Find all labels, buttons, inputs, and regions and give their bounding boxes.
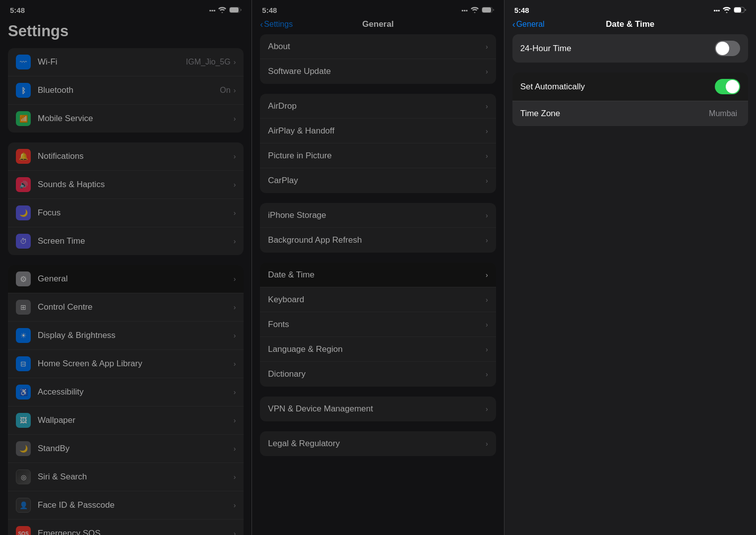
item-standby[interactable]: 🌙 StandBy › bbox=[8, 435, 244, 463]
datetime-nav-title: Date & Time bbox=[606, 19, 654, 29]
item-about[interactable]: About › bbox=[260, 34, 496, 59]
time-2: 5:48 bbox=[262, 6, 277, 14]
accessibility-chevron: › bbox=[234, 388, 236, 396]
item-emergency[interactable]: SOS Emergency SOS › bbox=[8, 520, 244, 535]
wifi-icon-3 bbox=[723, 6, 731, 14]
item-keyboard[interactable]: Keyboard › bbox=[260, 287, 496, 312]
general-nav-title: General bbox=[362, 19, 393, 29]
item-focus[interactable]: 🌙 Focus › bbox=[8, 199, 244, 227]
wallpaper-label: Wallpaper bbox=[38, 415, 234, 425]
wifi-chevron: › bbox=[234, 58, 236, 66]
item-screentime[interactable]: ⏱ Screen Time › bbox=[8, 227, 244, 255]
fonts-chevron: › bbox=[486, 321, 488, 329]
24hour-toggle[interactable] bbox=[715, 41, 740, 56]
item-vpn[interactable]: VPN & Device Management › bbox=[260, 397, 496, 421]
item-mobile[interactable]: 📶 Mobile Service › bbox=[8, 105, 244, 133]
general-label: General bbox=[38, 274, 234, 284]
about-label: About bbox=[268, 42, 486, 52]
item-setautomatically[interactable]: Set Automatically bbox=[512, 72, 748, 101]
back-to-general[interactable]: ‹ General bbox=[512, 19, 545, 30]
section-personal: 🔔 Notifications › 🔊 Sounds & Haptics › 🌙… bbox=[8, 142, 244, 255]
panel-general: 5:48 ▪▪▪ ‹ Settings General About › Soft… bbox=[252, 0, 504, 535]
signal-icon-3: ▪▪▪ bbox=[713, 7, 720, 14]
item-accessibility[interactable]: ♿ Accessibility › bbox=[8, 378, 244, 406]
section-24hour: 24-Hour Time bbox=[512, 34, 748, 63]
item-24hour[interactable]: 24-Hour Time bbox=[512, 34, 748, 63]
airdrop-label: AirDrop bbox=[268, 101, 486, 111]
accessibility-label: Accessibility bbox=[38, 387, 234, 397]
display-label: Display & Brightness bbox=[38, 331, 234, 340]
screentime-chevron: › bbox=[234, 237, 236, 245]
notifications-label: Notifications bbox=[38, 151, 234, 161]
item-sounds[interactable]: 🔊 Sounds & Haptics › bbox=[8, 171, 244, 199]
item-bluetooth[interactable]: ᛒ Bluetooth On › bbox=[8, 76, 244, 105]
item-languageregion[interactable]: Language & Region › bbox=[260, 337, 496, 362]
siri-chevron: › bbox=[234, 473, 236, 481]
backgroundapp-label: Background App Refresh bbox=[268, 235, 486, 245]
section-datetime: Date & Time › Keyboard › Fonts › Languag… bbox=[260, 263, 496, 387]
item-fonts[interactable]: Fonts › bbox=[260, 312, 496, 337]
datetime-label: Date & Time bbox=[268, 270, 486, 280]
item-airplay[interactable]: AirPlay & Handoff › bbox=[260, 119, 496, 143]
back-to-settings[interactable]: ‹ Settings bbox=[260, 19, 293, 30]
faceid-icon: 👤 bbox=[16, 498, 31, 513]
item-softwareupdate[interactable]: Software Update › bbox=[260, 59, 496, 84]
back-label-2: General bbox=[516, 20, 545, 29]
homescreen-chevron: › bbox=[234, 360, 236, 368]
faceid-label: Face ID & Passcode bbox=[38, 500, 234, 510]
item-legal[interactable]: Legal & Regulatory › bbox=[260, 431, 496, 456]
item-wallpaper[interactable]: 🖼 Wallpaper › bbox=[8, 406, 244, 435]
item-general[interactable]: ⚙ General › bbox=[8, 265, 244, 293]
wifi-icon: 〰 bbox=[16, 55, 31, 69]
standby-label: StandBy bbox=[38, 444, 234, 454]
item-wifi[interactable]: 〰 Wi-Fi IGM_Jio_5G › bbox=[8, 48, 244, 76]
screentime-icon: ⏱ bbox=[16, 234, 31, 249]
battery-icon-3 bbox=[734, 6, 746, 14]
display-icon: ☀ bbox=[16, 328, 31, 343]
item-carplay[interactable]: CarPlay › bbox=[260, 168, 496, 193]
datetime-content: 24-Hour Time Set Automatically Time Zone… bbox=[504, 34, 756, 535]
svg-rect-5 bbox=[734, 7, 741, 12]
softwareupdate-label: Software Update bbox=[268, 67, 486, 76]
legal-chevron: › bbox=[486, 440, 488, 448]
backgroundapp-chevron: › bbox=[486, 236, 488, 244]
controlcentre-label: Control Centre bbox=[38, 302, 234, 312]
item-iphonestorage[interactable]: iPhone Storage › bbox=[260, 203, 496, 228]
bluetooth-icon: ᛒ bbox=[16, 83, 31, 98]
item-pictureinpicture[interactable]: Picture in Picture › bbox=[260, 143, 496, 168]
item-display[interactable]: ☀ Display & Brightness › bbox=[8, 322, 244, 350]
item-controlcentre[interactable]: ⊞ Control Centre › bbox=[8, 293, 244, 322]
standby-chevron: › bbox=[234, 445, 236, 453]
vpn-chevron: › bbox=[486, 405, 488, 413]
general-content: About › Software Update › AirDrop › AirP… bbox=[252, 34, 504, 535]
time-1: 5:48 bbox=[10, 6, 25, 14]
focus-chevron: › bbox=[234, 209, 236, 217]
languageregion-label: Language & Region bbox=[268, 344, 486, 354]
signal-icon-2: ▪▪▪ bbox=[461, 7, 468, 14]
storage-chevron: › bbox=[486, 211, 488, 219]
focus-label: Focus bbox=[38, 208, 234, 218]
controlcentre-icon: ⊞ bbox=[16, 300, 31, 315]
airdrop-chevron: › bbox=[486, 102, 488, 110]
item-datetime[interactable]: Date & Time › bbox=[260, 263, 496, 287]
item-homescreen[interactable]: ⊟ Home Screen & App Library › bbox=[8, 350, 244, 378]
status-icons-2: ▪▪▪ bbox=[461, 6, 494, 14]
item-faceid[interactable]: 👤 Face ID & Passcode › bbox=[8, 491, 244, 520]
item-timezone[interactable]: Time Zone Mumbai bbox=[512, 101, 748, 126]
wifi-sym: 〰 bbox=[20, 58, 27, 66]
panel-datetime: 5:48 ▪▪▪ ‹ General Date & Time 24-Hour T… bbox=[504, 0, 756, 535]
item-dictionary[interactable]: Dictionary › bbox=[260, 362, 496, 387]
setauto-toggle[interactable] bbox=[715, 79, 740, 94]
notifications-chevron: › bbox=[234, 152, 236, 160]
battery-icon-2 bbox=[482, 6, 494, 14]
item-notifications[interactable]: 🔔 Notifications › bbox=[8, 142, 244, 171]
bluetooth-label: Bluetooth bbox=[38, 85, 220, 95]
item-airdrop[interactable]: AirDrop › bbox=[260, 94, 496, 119]
general-icon: ⚙ bbox=[16, 271, 31, 286]
carplay-label: CarPlay bbox=[268, 176, 486, 186]
item-backgroundapp[interactable]: Background App Refresh › bbox=[260, 228, 496, 253]
focus-icon: 🌙 bbox=[16, 205, 31, 220]
item-siri[interactable]: ◎ Siri & Search › bbox=[8, 463, 244, 491]
24hour-toggle-thumb bbox=[716, 42, 729, 55]
section-setauto: Set Automatically Time Zone Mumbai bbox=[512, 72, 748, 126]
